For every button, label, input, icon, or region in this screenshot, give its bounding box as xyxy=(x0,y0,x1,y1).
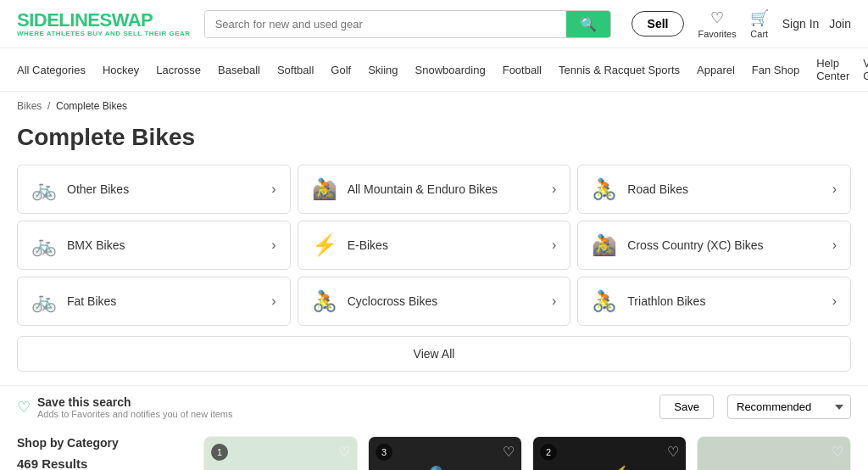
search-button[interactable]: 🔍 xyxy=(566,11,610,37)
category-fat-bikes[interactable]: 🚲 Fat Bikes › xyxy=(17,277,291,326)
xc-bikes-label: Cross Country (XC) Bikes xyxy=(627,238,821,252)
help-center-link[interactable]: Help Center xyxy=(816,57,849,82)
save-search-button[interactable]: Save xyxy=(659,394,714,419)
category-road-bikes[interactable]: 🚴 Road Bikes › xyxy=(577,165,851,214)
product-card[interactable]: 🚲 ♡ mattsavage xyxy=(697,436,851,470)
nav-fan-shop[interactable]: Fan Shop xyxy=(752,64,799,76)
favorites-button[interactable]: ♡ Favorites xyxy=(698,8,736,39)
nav-lacrosse[interactable]: Lacrosse xyxy=(156,64,201,76)
product-card[interactable]: ⚡ 2 ♡ HBG xyxy=(532,436,687,470)
product-image: ⚡ 2 ♡ HBG xyxy=(533,437,686,470)
search-input[interactable] xyxy=(205,11,566,37)
road-bikes-icon: 🚴 xyxy=(592,177,617,201)
search-bar: 🔍 xyxy=(204,10,611,38)
category-triathlon-bikes[interactable]: 🚴 Triathlon Bikes › xyxy=(577,277,851,326)
chevron-right-icon: › xyxy=(552,238,556,253)
cart-icon: 🛒 xyxy=(750,8,769,27)
category-mountain-bikes[interactable]: 🚵 All Mountain & Enduro Bikes › xyxy=(298,165,571,214)
category-xc-bikes[interactable]: 🚵 Cross Country (XC) Bikes › xyxy=(577,221,851,270)
product-favorite-button[interactable]: ♡ xyxy=(832,444,843,460)
nav-skiing[interactable]: Skiing xyxy=(368,64,398,76)
bmx-bikes-icon: 🚲 xyxy=(31,233,57,257)
product-favorite-button[interactable]: ♡ xyxy=(338,444,350,460)
header-right: Sell ♡ Favorites 🛒 Cart Sign In Join xyxy=(632,8,851,39)
category-ebikes[interactable]: ⚡ E-Bikes › xyxy=(298,221,571,270)
nav-softball[interactable]: Softball xyxy=(277,64,314,76)
sign-in-link[interactable]: Sign In xyxy=(782,17,820,31)
sort-dropdown[interactable]: Recommended Price: Low to High Price: Hi… xyxy=(727,394,851,419)
chevron-right-icon: › xyxy=(271,182,275,197)
other-bikes-icon: 🚲 xyxy=(31,177,57,201)
breadcrumb-current: Complete Bikes xyxy=(56,100,127,112)
auth-links: Sign In Join xyxy=(782,17,851,31)
nav-football[interactable]: Football xyxy=(503,64,542,76)
save-search-title: Save this search xyxy=(37,395,659,409)
products-area: 🚲 1 ♡ HBG 🚵 3 ♡ HBG ⚡ 2 xyxy=(203,436,851,470)
xc-bikes-icon: 🚵 xyxy=(592,233,617,257)
mountain-bikes-label: All Mountain & Enduro Bikes xyxy=(348,182,542,196)
view-all-row: View All xyxy=(0,336,868,385)
product-favorite-button[interactable]: ♡ xyxy=(503,444,515,460)
sort-wrapper: Recommended Price: Low to High Price: Hi… xyxy=(727,394,851,419)
chevron-right-icon: › xyxy=(552,182,556,197)
chevron-right-icon: › xyxy=(552,294,556,309)
join-link[interactable]: Join xyxy=(829,17,851,31)
nav-golf[interactable]: Golf xyxy=(331,64,351,76)
product-image: 🚲 ♡ mattsavage xyxy=(698,437,850,470)
save-search-heart-icon: ♡ xyxy=(17,398,31,417)
triathlon-bikes-label: Triathlon Bikes xyxy=(627,294,821,308)
sidebar: Shop by Category 469 Results Complete Bi… xyxy=(17,436,186,470)
cart-label: Cart xyxy=(750,29,768,39)
product-favorite-button[interactable]: ♡ xyxy=(667,444,679,460)
bike-emoji-icon: 🚲 xyxy=(744,464,804,470)
page-title: Complete Bikes xyxy=(0,120,868,165)
nav-all-categories[interactable]: All Categories xyxy=(17,64,86,76)
bike-emoji-icon: ⚡ xyxy=(580,464,639,470)
chevron-right-icon: › xyxy=(832,294,837,309)
nav-apparel[interactable]: Apparel xyxy=(697,64,735,76)
logo[interactable]: SIDELINESWAP WHERE ATHLETES BUY AND SELL… xyxy=(17,11,191,37)
chevron-right-icon: › xyxy=(271,294,275,309)
ebikes-label: E-Bikes xyxy=(348,238,542,252)
logo-name: SIDELINESWAP xyxy=(17,11,191,30)
favorites-label: Favorites xyxy=(698,29,736,39)
category-other-bikes[interactable]: 🚲 Other Bikes › xyxy=(17,165,291,214)
heart-icon: ♡ xyxy=(710,8,724,27)
category-grid: 🚲 Other Bikes › 🚵 All Mountain & Enduro … xyxy=(0,165,868,326)
bike-emoji-icon: 🚲 xyxy=(251,464,310,470)
product-card[interactable]: 🚲 1 ♡ HBG xyxy=(203,436,358,470)
nav-baseball[interactable]: Baseball xyxy=(218,64,260,76)
product-image: 🚲 1 ♡ HBG xyxy=(204,437,357,470)
chevron-right-icon: › xyxy=(271,238,275,253)
fat-bikes-icon: 🚲 xyxy=(31,289,57,313)
nav-tennis[interactable]: Tennis & Racquet Sports xyxy=(559,64,680,76)
breadcrumb: Bikes / Complete Bikes xyxy=(0,92,868,120)
product-photo-count: 2 xyxy=(540,444,557,461)
category-cyclocross-bikes[interactable]: 🚴 Cyclocross Bikes › xyxy=(298,277,571,326)
cart-button[interactable]: 🛒 Cart xyxy=(750,8,769,39)
breadcrumb-bikes[interactable]: Bikes xyxy=(17,100,42,112)
other-bikes-label: Other Bikes xyxy=(67,182,261,196)
product-card[interactable]: 🚵 3 ♡ HBG xyxy=(368,436,522,470)
product-photo-count: 3 xyxy=(376,444,392,461)
road-bikes-label: Road Bikes xyxy=(627,182,821,196)
results-area: Shop by Category 469 Results Complete Bi… xyxy=(0,428,868,470)
bmx-bikes-label: BMX Bikes xyxy=(67,238,261,252)
save-search-bar: ♡ Save this search Adds to Favorites and… xyxy=(0,385,868,428)
cyclocross-bikes-icon: 🚴 xyxy=(312,289,337,313)
value-guide-link[interactable]: Value Guide xyxy=(863,57,868,82)
sell-button[interactable]: Sell xyxy=(632,11,685,36)
triathlon-bikes-icon: 🚴 xyxy=(592,289,617,313)
view-all-button[interactable]: View All xyxy=(17,336,851,372)
product-photo-count: 1 xyxy=(211,444,228,461)
results-count: 469 Results xyxy=(17,456,186,470)
header: SIDELINESWAP WHERE ATHLETES BUY AND SELL… xyxy=(0,0,868,48)
nav-snowboarding[interactable]: Snowboarding xyxy=(415,64,486,76)
ebikes-icon: ⚡ xyxy=(312,233,337,257)
product-grid: 🚲 1 ♡ HBG 🚵 3 ♡ HBG ⚡ 2 xyxy=(203,436,851,470)
chevron-right-icon: › xyxy=(832,182,837,197)
nav-hockey[interactable]: Hockey xyxy=(103,64,139,76)
product-image: 🚵 3 ♡ HBG xyxy=(369,437,521,470)
category-bmx-bikes[interactable]: 🚲 BMX Bikes › xyxy=(17,221,291,270)
cyclocross-bikes-label: Cyclocross Bikes xyxy=(348,294,542,308)
